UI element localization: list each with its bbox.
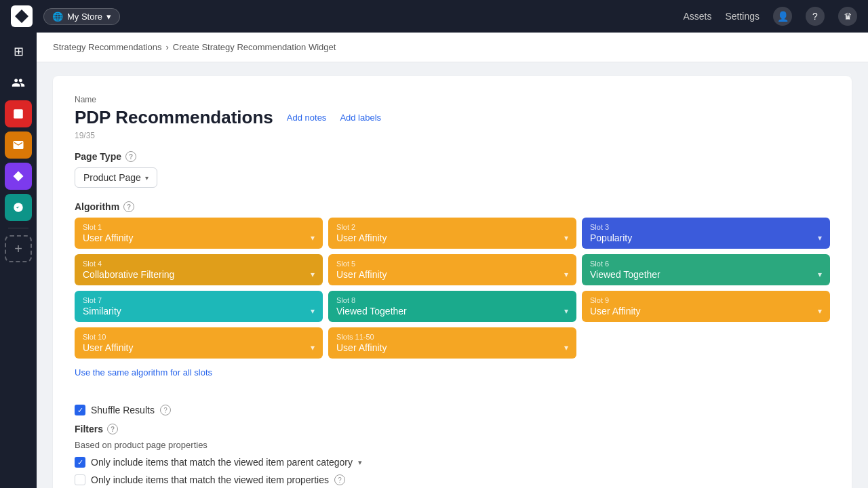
char-count: 19/35 [75,131,830,140]
filters-label: Filters [75,424,103,434]
globe-icon: 🌐 [52,12,63,22]
store-name: My Store [67,12,102,22]
page-type-select[interactable]: Product Page ▾ [75,167,157,188]
breadcrumb: Strategy Recommendations › Create Strate… [37,33,868,62]
algorithm-section: Algorithm ? Slot 1 User Affinity ▾ Slot … [75,201,830,391]
settings-link[interactable]: Settings [725,11,760,22]
slot-value: User Affinity [590,306,640,317]
slot-chevron-icon: ▾ [311,270,315,279]
sidebar-item-grid[interactable]: ⊞ [5,38,32,65]
add-notes-link[interactable]: Add notes [287,113,327,123]
filter1-checkbox[interactable] [75,457,85,468]
slot-label: Slot 10 [83,333,315,341]
top-nav-right: Assets Settings 👤 ? ♛ [683,7,857,26]
slot-item-9[interactable]: Slot 9 User Affinity ▾ [582,291,830,322]
sidebar-item-mail[interactable] [5,131,32,159]
slot-value: Viewed Together [590,269,660,280]
slot-value-row: User Affinity ▾ [336,269,568,280]
based-on-label: Based on product page properties [75,440,830,450]
slot-value-row: User Affinity ▾ [83,342,315,353]
filter-item-1: Only include items that match the viewed… [75,457,830,468]
slot-item-4[interactable]: Slot 4 Collaborative Filtering ▾ [75,254,323,285]
page-type-value: Product Page [83,172,141,183]
filter2-help-icon[interactable]: ? [334,474,345,485]
filter2-checkbox[interactable] [75,474,85,485]
slot-value: Collaborative Filtering [83,269,174,280]
slot-label: Slot 8 [336,296,568,304]
page-type-help-icon[interactable]: ? [125,151,136,162]
filter1-label: Only include items that match the viewed… [91,457,353,468]
page-type-chevron-icon: ▾ [145,174,149,182]
slot-value-row: User Affinity ▾ [336,342,568,353]
page-type-label: Page Type [75,151,121,162]
slot-chevron-icon: ▾ [311,233,315,243]
slot-value: User Affinity [336,232,387,243]
slot-label: Slot 2 [336,223,568,231]
slot-label: Slot 4 [83,260,315,268]
slot-item-8[interactable]: Slot 8 Viewed Together ▾ [328,291,576,322]
slot-item-10[interactable]: Slot 10 User Affinity ▾ [75,327,323,359]
algorithm-label: Algorithm [75,201,119,212]
algorithm-label-row: Algorithm ? [75,201,830,212]
sidebar: ⊞ + [0,33,37,488]
app-logo [11,5,33,27]
algorithm-help-icon[interactable]: ? [123,201,134,212]
add-labels-link[interactable]: Add labels [340,113,381,123]
slot-chevron-icon: ▾ [818,306,822,316]
slot-item-1[interactable]: Slot 1 User Affinity ▾ [75,218,323,249]
page-type-label-row: Page Type ? [75,151,830,162]
shuffle-checkbox[interactable] [75,405,85,415]
sidebar-item-teal[interactable] [5,194,32,221]
store-selector[interactable]: 🌐 My Store ▾ [43,8,120,25]
slot-label: Slot 9 [590,296,822,304]
slot-chevron-icon: ▾ [564,306,568,316]
slot-item-2[interactable]: Slot 2 User Affinity ▾ [328,218,576,249]
slot-value: User Affinity [336,342,387,353]
filters-label-row: Filters ? [75,424,830,434]
slot-item-11[interactable]: Slots 11-50 User Affinity ▾ [328,327,576,359]
name-label: Name [75,95,830,104]
slot-label: Slot 1 [83,223,315,231]
slot-chevron-icon: ▾ [564,343,568,352]
breadcrumb-separator: › [165,42,168,52]
same-algo-link[interactable]: Use the same algorithm for all slots [75,367,212,378]
slot-value: Viewed Together [336,306,407,317]
sidebar-item-purple[interactable] [5,163,32,190]
logo-diamond [15,9,28,23]
name-row: PDP Recommendations Add notes Add labels [75,107,830,128]
filter2-label: Only include items that match the viewed… [91,474,329,485]
slot-value-row: Popularity ▾ [590,232,822,243]
slot-value-row: Collaborative Filtering ▾ [83,269,315,280]
slot-item-3[interactable]: Slot 3 Popularity ▾ [582,218,830,249]
sidebar-add-button[interactable]: + [5,235,32,262]
filter1-dropdown-icon[interactable]: ▾ [358,458,362,467]
shuffle-help-icon[interactable]: ? [160,405,171,415]
sidebar-item-users[interactable] [5,69,32,96]
slot-item-7[interactable]: Slot 7 Similarity ▾ [75,291,323,322]
slot-value-row: User Affinity ▾ [336,232,568,243]
assets-link[interactable]: Assets [683,11,711,22]
slot-grid: Slot 1 User Affinity ▾ Slot 2 User Affin… [75,218,830,359]
sidebar-item-red[interactable] [5,100,32,127]
slot-item-6[interactable]: Slot 6 Viewed Together ▾ [582,254,830,285]
slot-value: Popularity [590,232,632,243]
filters-section: Filters ? Based on product page properti… [75,424,830,485]
shuffle-label: Shuffle Results [91,405,155,415]
help-icon[interactable]: ? [806,7,825,26]
slot-label: Slot 3 [590,223,822,231]
svg-rect-0 [14,109,23,119]
crown-icon[interactable]: ♛ [838,7,857,26]
slot-value-row: Viewed Together ▾ [590,269,822,280]
filters-help-icon[interactable]: ? [107,424,118,434]
breadcrumb-parent[interactable]: Strategy Recommendations [53,42,161,52]
user-icon[interactable]: 👤 [773,7,792,26]
slot-chevron-icon: ▾ [818,233,822,243]
slot-label: Slot 5 [336,260,568,268]
top-nav: 🌐 My Store ▾ Assets Settings 👤 ? ♛ [0,0,868,33]
slot-value-row: Similarity ▾ [83,306,315,317]
slot-value: Similarity [83,306,121,317]
slot-chevron-icon: ▾ [311,306,315,316]
slot-label: Slot 6 [590,260,822,268]
slot-item-5[interactable]: Slot 5 User Affinity ▾ [328,254,576,285]
slot-empty-0 [582,327,830,359]
